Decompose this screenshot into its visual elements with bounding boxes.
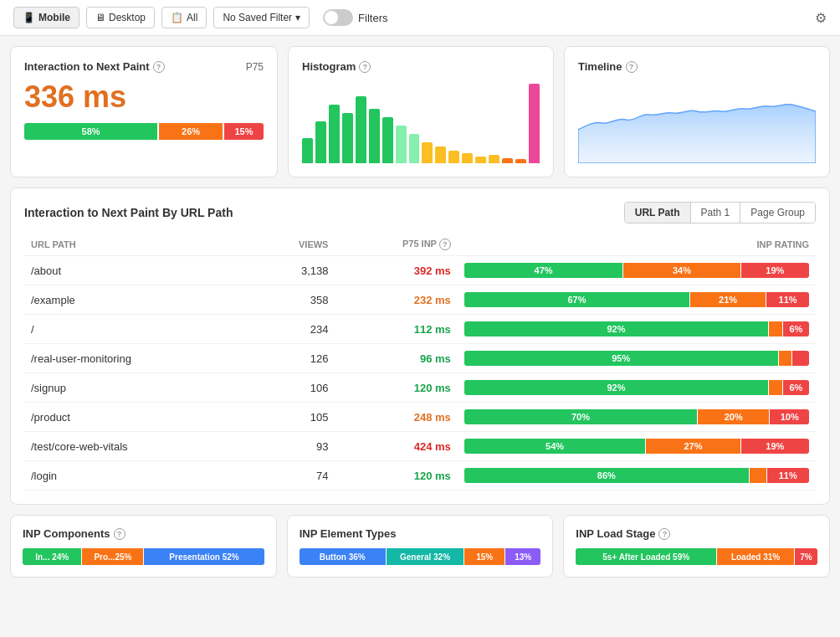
col-views: VIEWS [249,234,335,256]
cell-rating: 86%11% [458,461,816,491]
cell-inp: 248 ms [335,403,457,432]
cell-url-path: /real-user-monitoring [24,344,249,373]
histogram-bar [329,105,340,163]
tab-page-group[interactable]: Page Group [740,203,815,223]
cell-views: 105 [249,403,335,432]
main-content: Interaction to Next Paint ? P75 336 ms 5… [0,36,840,588]
settings-button[interactable]: ⚙ [815,10,827,26]
timeline-card: Timeline ? [564,46,830,177]
cell-url-path: / [24,315,249,344]
rating-orange: 26% [159,123,223,140]
histogram-bar [369,109,380,163]
cell-views: 74 [249,461,335,491]
rating-bar-inline: 47%34%19% [464,263,809,278]
inp-card: Interaction to Next Paint ? P75 336 ms 5… [10,46,278,177]
histogram-bar [435,146,446,163]
histogram-bar [302,138,313,163]
histogram-bar [422,142,433,163]
gear-icon: ⚙ [815,11,827,25]
inp-components-card: INP Components ? In... 24% Pro...25% Pre… [10,515,277,578]
component-presentation: Presentation 52% [144,548,264,565]
tab-group: URL Path Path 1 Page Group [624,202,816,223]
cell-inp: 120 ms [335,461,457,491]
timeline-info-icon[interactable]: ? [626,61,638,73]
mobile-button[interactable]: 📱 Mobile [13,7,79,28]
cell-rating: 70%20%10% [458,403,816,432]
desktop-icon: 🖥 [95,12,105,23]
rating-segment: 10% [770,409,809,424]
inp-load-stage-title: INP Load Stage ? [576,527,817,540]
load-loaded: Loaded 31% [717,548,794,565]
table-row: /real-user-monitoring12696 ms95% [24,344,816,373]
rating-segment: 34% [623,263,740,278]
table-row: /login74120 ms86%11% [24,461,816,491]
cell-views: 93 [249,432,335,461]
cell-rating: 92%6% [458,373,816,403]
col-url-path: URL PATH [24,234,249,256]
rating-segment [779,351,792,366]
histogram-bar [396,126,407,163]
filters-label: Filters [358,12,387,24]
rating-bar-inline: 86%11% [464,468,809,483]
rating-segment: 86% [464,468,749,483]
desktop-button[interactable]: 🖥 Desktop [86,7,155,28]
all-button[interactable]: 📋 All [161,7,207,28]
saved-filter-button[interactable]: No Saved Filter ▾ [213,7,310,28]
table-row: /234112 ms92%6% [24,315,816,344]
inp-info-icon[interactable]: ? [153,61,165,73]
col-inp-rating: INP RATING [458,234,816,256]
filters-toggle[interactable] [323,9,353,26]
tab-url-path[interactable]: URL Path [625,203,690,223]
all-icon: 📋 [171,12,183,23]
rating-segment: 95% [464,351,778,366]
cell-views: 106 [249,373,335,403]
cell-rating: 47%34%19% [458,256,816,285]
url-table: URL PATH VIEWS P75 INP ? INP RATING /abo… [24,234,816,491]
p75-info-icon[interactable]: ? [439,239,451,250]
rating-red: 15% [224,123,264,140]
inp-components-title: INP Components ? [23,527,264,540]
table-row: /product105248 ms70%20%10% [24,403,816,432]
inp-element-bar: Button 36% General 32% 15% 13% [300,548,541,565]
cell-rating: 67%21%11% [458,285,816,315]
histogram-info-icon[interactable]: ? [359,61,371,73]
rating-segment: 6% [783,380,809,395]
inp-badge: P75 [246,61,264,73]
histogram-bar [342,113,353,163]
rating-segment [792,351,809,366]
table-card: Interaction to Next Paint By URL Path UR… [10,188,830,505]
table-row: /test/core-web-vitals93424 ms54%27%19% [24,432,816,461]
table-row: /about3,138392 ms47%34%19% [24,256,816,285]
histogram-bar [475,157,486,163]
cell-rating: 95% [458,344,816,373]
histogram-chart [302,80,540,163]
histogram-title: Histogram ? [302,60,540,73]
rating-segment: 11% [767,468,809,483]
rating-segment: 20% [698,409,769,424]
inp-card-title: Interaction to Next Paint ? P75 [24,60,264,73]
histogram-bar [315,121,326,163]
rating-segment: 54% [464,439,646,454]
histogram-bar [409,134,420,163]
cell-url-path: /login [24,461,249,491]
cell-url-path: /test/core-web-vitals [24,432,249,461]
table-header-row: Interaction to Next Paint By URL Path UR… [24,202,816,223]
tab-path1[interactable]: Path 1 [690,203,740,223]
rating-segment: 70% [464,409,697,424]
bottom-cards: INP Components ? In... 24% Pro...25% Pre… [10,515,830,578]
filters-toggle-container: Filters [323,9,387,26]
cell-inp: 120 ms [335,373,457,403]
rating-segment: 92% [464,321,768,336]
timeline-title: Timeline ? [578,60,816,73]
histogram-bar [502,158,513,163]
inp-load-stage-card: INP Load Stage ? 5s+ After Loaded 59% Lo… [563,515,830,578]
table-row: /example358232 ms67%21%11% [24,285,816,315]
inp-load-info-icon[interactable]: ? [658,528,670,540]
histogram-bar [382,117,393,163]
rating-segment: 6% [783,321,809,336]
inp-components-info-icon[interactable]: ? [114,528,125,540]
top-cards: Interaction to Next Paint ? P75 336 ms 5… [10,46,830,177]
cell-inp: 96 ms [335,344,457,373]
rating-segment: 11% [766,292,809,307]
rating-segment: 67% [464,292,689,307]
